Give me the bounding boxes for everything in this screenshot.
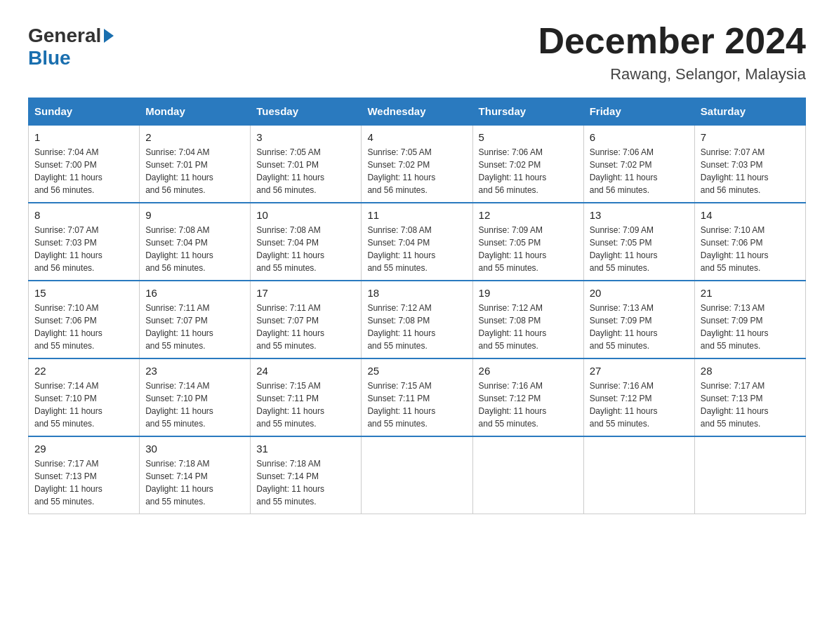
month-title: December 2024: [538, 21, 806, 61]
calendar-cell: 12 Sunrise: 7:09 AM Sunset: 7:05 PM Dayl…: [472, 203, 583, 281]
calendar-cell: 3 Sunrise: 7:05 AM Sunset: 7:01 PM Dayli…: [251, 125, 362, 203]
weekday-header-wednesday: Wednesday: [362, 98, 472, 126]
calendar-cell: 16 Sunrise: 7:11 AM Sunset: 7:07 PM Dayl…: [140, 281, 251, 358]
calendar-cell: 25 Sunrise: 7:15 AM Sunset: 7:11 PM Dayl…: [362, 358, 472, 436]
day-info: Sunrise: 7:17 AM Sunset: 7:13 PM Dayligh…: [34, 459, 102, 507]
calendar-cell: 24 Sunrise: 7:15 AM Sunset: 7:11 PM Dayl…: [251, 358, 362, 436]
week-row-5: 29 Sunrise: 7:17 AM Sunset: 7:13 PM Dayl…: [29, 436, 806, 514]
day-number: 6: [590, 131, 689, 143]
day-number: 15: [34, 287, 133, 299]
calendar-cell: 20 Sunrise: 7:13 AM Sunset: 7:09 PM Dayl…: [583, 281, 694, 358]
calendar-cell: [694, 436, 805, 514]
calendar-cell: 17 Sunrise: 7:11 AM Sunset: 7:07 PM Dayl…: [251, 281, 362, 358]
calendar-cell: [583, 436, 694, 514]
day-number: 4: [367, 131, 466, 143]
week-row-2: 8 Sunrise: 7:07 AM Sunset: 7:03 PM Dayli…: [29, 203, 806, 281]
day-info: Sunrise: 7:06 AM Sunset: 7:02 PM Dayligh…: [479, 147, 547, 195]
week-row-1: 1 Sunrise: 7:04 AM Sunset: 7:00 PM Dayli…: [29, 125, 806, 203]
week-row-4: 22 Sunrise: 7:14 AM Sunset: 7:10 PM Dayl…: [29, 358, 806, 436]
day-info: Sunrise: 7:04 AM Sunset: 7:01 PM Dayligh…: [145, 147, 213, 195]
weekday-header-thursday: Thursday: [472, 98, 583, 126]
day-number: 9: [145, 209, 244, 221]
day-info: Sunrise: 7:12 AM Sunset: 7:08 PM Dayligh…: [367, 303, 435, 351]
calendar-cell: 30 Sunrise: 7:18 AM Sunset: 7:14 PM Dayl…: [140, 436, 251, 514]
logo-arrow-icon: [104, 29, 114, 43]
day-number: 17: [256, 287, 355, 299]
day-number: 23: [145, 365, 244, 377]
logo-general: General: [28, 25, 114, 47]
day-info: Sunrise: 7:16 AM Sunset: 7:12 PM Dayligh…: [590, 381, 658, 429]
logo-blue-text: Blue: [28, 47, 71, 69]
day-number: 29: [34, 443, 133, 455]
calendar-table: SundayMondayTuesdayWednesdayThursdayFrid…: [28, 98, 806, 514]
day-info: Sunrise: 7:13 AM Sunset: 7:09 PM Dayligh…: [590, 303, 658, 351]
day-info: Sunrise: 7:08 AM Sunset: 7:04 PM Dayligh…: [256, 225, 324, 273]
logo: General Blue: [28, 21, 114, 69]
day-number: 22: [34, 365, 133, 377]
calendar-cell: 1 Sunrise: 7:04 AM Sunset: 7:00 PM Dayli…: [29, 125, 140, 203]
day-number: 26: [479, 365, 578, 377]
weekday-header-friday: Friday: [583, 98, 694, 126]
calendar-cell: 10 Sunrise: 7:08 AM Sunset: 7:04 PM Dayl…: [251, 203, 362, 281]
day-number: 10: [256, 209, 355, 221]
calendar-cell: 21 Sunrise: 7:13 AM Sunset: 7:09 PM Dayl…: [694, 281, 805, 358]
day-number: 12: [479, 209, 578, 221]
calendar-cell: [472, 436, 583, 514]
day-info: Sunrise: 7:06 AM Sunset: 7:02 PM Dayligh…: [590, 147, 658, 195]
day-number: 19: [479, 287, 578, 299]
day-number: 8: [34, 209, 133, 221]
day-number: 24: [256, 365, 355, 377]
calendar-cell: 14 Sunrise: 7:10 AM Sunset: 7:06 PM Dayl…: [694, 203, 805, 281]
day-number: 13: [590, 209, 689, 221]
day-number: 18: [367, 287, 466, 299]
day-info: Sunrise: 7:17 AM Sunset: 7:13 PM Dayligh…: [701, 381, 769, 429]
calendar-cell: 31 Sunrise: 7:18 AM Sunset: 7:14 PM Dayl…: [251, 436, 362, 514]
calendar-cell: 7 Sunrise: 7:07 AM Sunset: 7:03 PM Dayli…: [694, 125, 805, 203]
day-info: Sunrise: 7:10 AM Sunset: 7:06 PM Dayligh…: [34, 303, 102, 351]
day-number: 7: [701, 131, 800, 143]
day-info: Sunrise: 7:18 AM Sunset: 7:14 PM Dayligh…: [256, 459, 324, 507]
day-info: Sunrise: 7:09 AM Sunset: 7:05 PM Dayligh…: [590, 225, 658, 273]
calendar-cell: 23 Sunrise: 7:14 AM Sunset: 7:10 PM Dayl…: [140, 358, 251, 436]
calendar-cell: 15 Sunrise: 7:10 AM Sunset: 7:06 PM Dayl…: [29, 281, 140, 358]
day-info: Sunrise: 7:08 AM Sunset: 7:04 PM Dayligh…: [145, 225, 213, 273]
calendar-cell: 13 Sunrise: 7:09 AM Sunset: 7:05 PM Dayl…: [583, 203, 694, 281]
logo-general-text: General: [28, 25, 101, 47]
calendar-cell: 22 Sunrise: 7:14 AM Sunset: 7:10 PM Dayl…: [29, 358, 140, 436]
day-info: Sunrise: 7:12 AM Sunset: 7:08 PM Dayligh…: [479, 303, 547, 351]
calendar-cell: 6 Sunrise: 7:06 AM Sunset: 7:02 PM Dayli…: [583, 125, 694, 203]
weekday-header-sunday: Sunday: [29, 98, 140, 126]
day-info: Sunrise: 7:18 AM Sunset: 7:14 PM Dayligh…: [145, 459, 213, 507]
calendar-cell: 18 Sunrise: 7:12 AM Sunset: 7:08 PM Dayl…: [362, 281, 472, 358]
day-number: 14: [701, 209, 800, 221]
calendar-cell: 9 Sunrise: 7:08 AM Sunset: 7:04 PM Dayli…: [140, 203, 251, 281]
weekday-header-tuesday: Tuesday: [251, 98, 362, 126]
calendar-cell: 29 Sunrise: 7:17 AM Sunset: 7:13 PM Dayl…: [29, 436, 140, 514]
weekday-header-saturday: Saturday: [694, 98, 805, 126]
calendar-cell: 4 Sunrise: 7:05 AM Sunset: 7:02 PM Dayli…: [362, 125, 472, 203]
calendar-cell: 28 Sunrise: 7:17 AM Sunset: 7:13 PM Dayl…: [694, 358, 805, 436]
day-info: Sunrise: 7:16 AM Sunset: 7:12 PM Dayligh…: [479, 381, 547, 429]
calendar-cell: 2 Sunrise: 7:04 AM Sunset: 7:01 PM Dayli…: [140, 125, 251, 203]
day-number: 2: [145, 131, 244, 143]
day-number: 1: [34, 131, 133, 143]
day-info: Sunrise: 7:10 AM Sunset: 7:06 PM Dayligh…: [701, 225, 769, 273]
day-info: Sunrise: 7:05 AM Sunset: 7:01 PM Dayligh…: [256, 147, 324, 195]
title-area: December 2024 Rawang, Selangor, Malaysia: [538, 21, 806, 83]
day-number: 11: [367, 209, 466, 221]
day-info: Sunrise: 7:15 AM Sunset: 7:11 PM Dayligh…: [256, 381, 324, 429]
day-info: Sunrise: 7:14 AM Sunset: 7:10 PM Dayligh…: [145, 381, 213, 429]
day-info: Sunrise: 7:13 AM Sunset: 7:09 PM Dayligh…: [701, 303, 769, 351]
day-number: 31: [256, 443, 355, 455]
day-number: 30: [145, 443, 244, 455]
day-info: Sunrise: 7:14 AM Sunset: 7:10 PM Dayligh…: [34, 381, 102, 429]
day-info: Sunrise: 7:05 AM Sunset: 7:02 PM Dayligh…: [367, 147, 435, 195]
day-number: 28: [701, 365, 800, 377]
page-header: General Blue December 2024 Rawang, Selan…: [28, 21, 806, 83]
day-number: 25: [367, 365, 466, 377]
day-number: 20: [590, 287, 689, 299]
day-info: Sunrise: 7:04 AM Sunset: 7:00 PM Dayligh…: [34, 147, 102, 195]
day-info: Sunrise: 7:08 AM Sunset: 7:04 PM Dayligh…: [367, 225, 435, 273]
day-number: 5: [479, 131, 578, 143]
day-number: 16: [145, 287, 244, 299]
